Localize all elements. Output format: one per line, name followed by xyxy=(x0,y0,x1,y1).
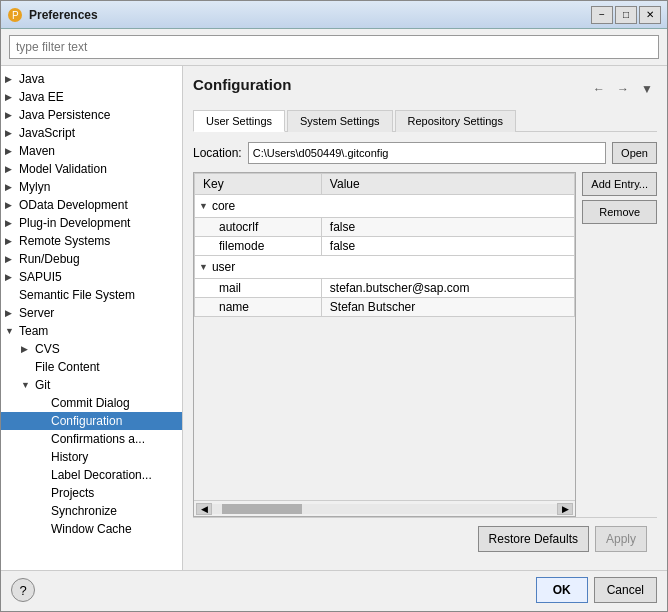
panel-header: Configuration ← → ▼ xyxy=(193,76,657,101)
sidebar-item-file-content[interactable]: File Content xyxy=(1,358,182,376)
table-row[interactable]: filemodefalse xyxy=(195,237,575,256)
sidebar-item-configuration[interactable]: Configuration xyxy=(1,412,182,430)
panel-nav-icons: ← → ▼ xyxy=(589,79,657,99)
table-actions: Add Entry... Remove xyxy=(582,172,657,517)
sidebar-item-label: Model Validation xyxy=(19,162,107,176)
row-value: stefan.butscher@sap.com xyxy=(321,279,575,298)
scroll-left-button[interactable]: ◀ xyxy=(196,503,212,515)
sidebar-item-label: Remote Systems xyxy=(19,234,110,248)
sidebar-item-team[interactable]: ▼Team xyxy=(1,322,182,340)
sidebar-item-history[interactable]: History xyxy=(1,448,182,466)
remove-button[interactable]: Remove xyxy=(582,200,657,224)
sidebar-item-java[interactable]: ▶Java xyxy=(1,70,182,88)
close-button[interactable]: ✕ xyxy=(639,6,661,24)
location-label: Location: xyxy=(193,146,242,160)
section-label: user xyxy=(212,260,235,274)
table-row[interactable]: mailstefan.butscher@sap.com xyxy=(195,279,575,298)
expand-arrow-icon: ▶ xyxy=(5,74,19,84)
apply-button[interactable]: Apply xyxy=(595,526,647,552)
preferences-window: P Preferences − □ ✕ ▶Java▶Java EE▶Java P… xyxy=(0,0,668,612)
sidebar-item-label: History xyxy=(51,450,88,464)
sidebar-item-remote-systems[interactable]: ▶Remote Systems xyxy=(1,232,182,250)
sidebar-item-server[interactable]: ▶Server xyxy=(1,304,182,322)
expand-arrow-icon: ▶ xyxy=(21,344,35,354)
sidebar-item-run-debug[interactable]: ▶Run/Debug xyxy=(1,250,182,268)
scroll-right-button[interactable]: ▶ xyxy=(557,503,573,515)
ok-cancel-group: OK Cancel xyxy=(536,577,657,603)
window-title: Preferences xyxy=(29,8,591,22)
sidebar-item-label: Commit Dialog xyxy=(51,396,130,410)
h-scroll-thumb[interactable] xyxy=(222,504,302,514)
tab-user-settings[interactable]: User Settings xyxy=(193,110,285,132)
sidebar-item-sapui5[interactable]: ▶SAPUI5 xyxy=(1,268,182,286)
sidebar-item-label: CVS xyxy=(35,342,60,356)
row-key: autocrlf xyxy=(195,218,322,237)
sidebar-item-label: Window Cache xyxy=(51,522,132,536)
tab-repository-settings[interactable]: Repository Settings xyxy=(395,110,516,132)
sidebar-item-model-validation[interactable]: ▶Model Validation xyxy=(1,160,182,178)
sidebar-item-maven[interactable]: ▶Maven xyxy=(1,142,182,160)
cancel-button[interactable]: Cancel xyxy=(594,577,657,603)
main-area: ▶Java▶Java EE▶Java Persistence▶JavaScrip… xyxy=(1,66,667,570)
sidebar-item-label-decoration[interactable]: Label Decoration... xyxy=(1,466,182,484)
sidebar-item-java-ee[interactable]: ▶Java EE xyxy=(1,88,182,106)
sidebar-item-label: Confirmations a... xyxy=(51,432,145,446)
section-collapse-icon: ▼ xyxy=(199,201,208,211)
sidebar-item-label: Java xyxy=(19,72,44,86)
svg-text:P: P xyxy=(12,10,19,21)
sidebar-item-mylyn[interactable]: ▶Mylyn xyxy=(1,178,182,196)
nav-dropdown-button[interactable]: ▼ xyxy=(637,79,657,99)
expand-arrow-icon: ▶ xyxy=(5,236,19,246)
sidebar-item-label: Maven xyxy=(19,144,55,158)
add-entry-button[interactable]: Add Entry... xyxy=(582,172,657,196)
nav-back-button[interactable]: ← xyxy=(589,79,609,99)
expand-arrow-icon: ▼ xyxy=(21,380,35,390)
sidebar-item-window-cache[interactable]: Window Cache xyxy=(1,520,182,538)
sidebar-item-odata-development[interactable]: ▶OData Development xyxy=(1,196,182,214)
h-scrollbar[interactable]: ◀ ▶ xyxy=(194,500,575,516)
column-key: Key xyxy=(195,174,322,195)
sidebar-item-label: Git xyxy=(35,378,50,392)
sidebar-item-label: JavaScript xyxy=(19,126,75,140)
ok-button[interactable]: OK xyxy=(536,577,588,603)
tab-system-settings[interactable]: System Settings xyxy=(287,110,392,132)
location-input[interactable] xyxy=(248,142,606,164)
sidebar-item-java-persistence[interactable]: ▶Java Persistence xyxy=(1,106,182,124)
search-input[interactable] xyxy=(9,35,659,59)
row-key: filemode xyxy=(195,237,322,256)
section-user[interactable]: ▼user xyxy=(195,256,575,279)
sidebar-item-cvs[interactable]: ▶CVS xyxy=(1,340,182,358)
right-panel: Configuration ← → ▼ User SettingsSystem … xyxy=(183,66,667,570)
section-label: core xyxy=(212,199,235,213)
window-controls: − □ ✕ xyxy=(591,6,661,24)
table-row[interactable]: nameStefan Butscher xyxy=(195,298,575,317)
sidebar-item-projects[interactable]: Projects xyxy=(1,484,182,502)
sidebar-item-semantic-file-system[interactable]: Semantic File System xyxy=(1,286,182,304)
minimize-button[interactable]: − xyxy=(591,6,613,24)
help-button[interactable]: ? xyxy=(11,578,35,602)
sidebar-item-plugin-development[interactable]: ▶Plug-in Development xyxy=(1,214,182,232)
sidebar-item-synchronize[interactable]: Synchronize xyxy=(1,502,182,520)
expand-arrow-icon: ▶ xyxy=(5,272,19,282)
window-body: ▶Java▶Java EE▶Java Persistence▶JavaScrip… xyxy=(1,29,667,611)
expand-arrow-icon: ▶ xyxy=(5,164,19,174)
sidebar-item-label: Semantic File System xyxy=(19,288,135,302)
row-key: mail xyxy=(195,279,322,298)
maximize-button[interactable]: □ xyxy=(615,6,637,24)
open-button[interactable]: Open xyxy=(612,142,657,164)
expand-arrow-icon: ▶ xyxy=(5,92,19,102)
expand-arrow-icon: ▼ xyxy=(5,326,19,336)
sidebar-item-label: Label Decoration... xyxy=(51,468,152,482)
row-value: false xyxy=(321,218,575,237)
section-header-cell: ▼core xyxy=(195,195,575,218)
sidebar-item-commit-dialog[interactable]: Commit Dialog xyxy=(1,394,182,412)
table-row[interactable]: autocrlffalse xyxy=(195,218,575,237)
sidebar-item-git[interactable]: ▼Git xyxy=(1,376,182,394)
nav-forward-button[interactable]: → xyxy=(613,79,633,99)
section-core[interactable]: ▼core xyxy=(195,195,575,218)
sidebar-item-javascript[interactable]: ▶JavaScript xyxy=(1,124,182,142)
restore-defaults-button[interactable]: Restore Defaults xyxy=(478,526,589,552)
sidebar-item-label: Java Persistence xyxy=(19,108,110,122)
panel-title: Configuration xyxy=(193,76,291,93)
sidebar-item-confirmations[interactable]: Confirmations a... xyxy=(1,430,182,448)
